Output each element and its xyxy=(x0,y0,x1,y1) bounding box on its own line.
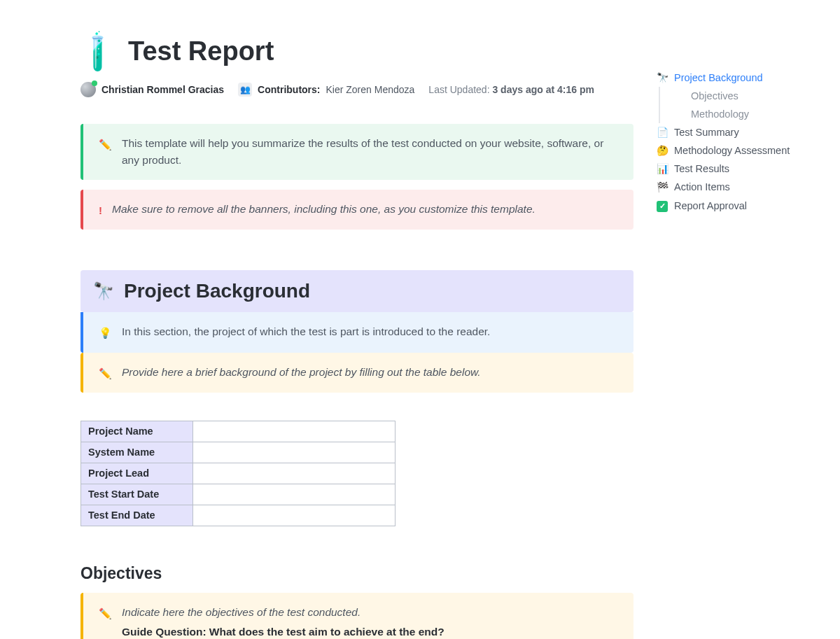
table-row: System Name xyxy=(81,442,396,463)
toc-item-icon: 🤔 xyxy=(656,145,668,156)
section-title: Project Background xyxy=(124,280,310,302)
table-key: Project Name xyxy=(81,421,193,442)
pencil-icon: ✏️ xyxy=(99,605,112,622)
section-info-text: In this section, the project of which th… xyxy=(122,323,490,340)
table-row: Project Lead xyxy=(81,463,396,484)
toc-item-icon: 🏁 xyxy=(656,181,668,192)
toc-item[interactable]: Objectives xyxy=(659,87,808,105)
toc-item-label: Report Approval xyxy=(674,200,747,211)
table-value[interactable] xyxy=(193,505,396,526)
section-instruction-banner[interactable]: ✏️ Provide here a brief background of th… xyxy=(80,353,634,393)
table-key: Test End Date xyxy=(81,505,193,526)
table-row: Project Name xyxy=(81,421,396,442)
toc-item-label: Test Summary xyxy=(674,127,739,138)
table-value[interactable] xyxy=(193,484,396,505)
objectives-instruction: Indicate here the objectives of the test… xyxy=(122,606,360,618)
author-name: Christian Rommel Gracias xyxy=(102,84,224,95)
contributors-names: Kier Zoren Mendoza xyxy=(326,84,415,95)
toc-item-label: Methodology xyxy=(691,108,749,120)
objectives-heading[interactable]: Objectives xyxy=(80,564,634,583)
toc-item-icon: 📄 xyxy=(656,127,668,138)
pencil-icon: ✏️ xyxy=(99,136,112,153)
section-instruction-text: Provide here a brief background of the p… xyxy=(122,364,481,381)
toc-item-label: Objectives xyxy=(691,90,738,101)
info-banner[interactable]: ✏️ This template will help you summarize… xyxy=(80,124,634,180)
telescope-icon: 🔭 xyxy=(93,281,114,301)
people-icon: 👥 xyxy=(238,83,252,97)
last-updated-label: Last Updated: xyxy=(428,84,489,95)
page-title[interactable]: Test Report xyxy=(128,36,274,66)
toc-sidebar: 🔭Project BackgroundObjectivesMethodology… xyxy=(654,35,808,639)
warning-banner-text: Make sure to remove all the banners, inc… xyxy=(112,201,536,218)
toc-item[interactable]: 🤔Methodology Assessment xyxy=(654,141,808,160)
toc-item[interactable]: 🏁Action Items xyxy=(654,178,808,196)
table-row: Test Start Date xyxy=(81,484,396,505)
toc-item-label: Test Results xyxy=(674,163,729,174)
objectives-guide: Guide Question: What does the test aim t… xyxy=(122,624,444,639)
objectives-banner[interactable]: ✏️ Indicate here the objectives of the t… xyxy=(80,593,634,639)
toc-item-icon: 📊 xyxy=(656,163,668,174)
page-title-row: 🧪 Test Report xyxy=(80,35,634,68)
toc-item-label: Action Items xyxy=(674,181,730,192)
warning-banner[interactable]: ! Make sure to remove all the banners, i… xyxy=(80,190,634,230)
table-key: Test Start Date xyxy=(81,484,193,505)
table-row: Test End Date xyxy=(81,505,396,526)
contributors-block[interactable]: 👥 Contributors: Kier Zoren Mendoza xyxy=(238,83,414,97)
last-updated-block: Last Updated: 3 days ago at 4:16 pm xyxy=(428,84,594,95)
table-key: System Name xyxy=(81,442,193,463)
last-updated-value: 3 days ago at 4:16 pm xyxy=(492,84,594,95)
bulb-icon: 💡 xyxy=(99,325,112,341)
info-banner-text: This template will help you summarize th… xyxy=(122,135,618,169)
toc-item[interactable]: ✓Report Approval xyxy=(654,196,808,216)
toc-item-label: Project Background xyxy=(674,72,763,83)
table-value[interactable] xyxy=(193,421,396,442)
project-table-body: Project NameSystem NameProject LeadTest … xyxy=(81,421,396,526)
section-info-banner[interactable]: 💡 In this section, the project of which … xyxy=(80,312,634,352)
exclamation-icon: ! xyxy=(99,202,102,218)
contributors-label: Contributors: xyxy=(258,84,320,95)
toc-item[interactable]: 🔭Project Background xyxy=(654,69,808,87)
objectives-banner-text: Indicate here the objectives of the test… xyxy=(122,604,444,639)
toc-item[interactable]: 📄Test Summary xyxy=(654,123,808,141)
table-value[interactable] xyxy=(193,442,396,463)
pencil-icon: ✏️ xyxy=(99,365,112,381)
table-key: Project Lead xyxy=(81,463,193,484)
project-table: Project NameSystem NameProject LeadTest … xyxy=(80,421,396,526)
section-project-background[interactable]: 🔭 Project Background xyxy=(80,270,634,312)
toc-item-label: Methodology Assessment xyxy=(674,145,790,156)
author-avatar xyxy=(80,82,96,97)
check-icon: ✓ xyxy=(656,199,668,212)
toc-list: 🔭Project BackgroundObjectivesMethodology… xyxy=(654,69,808,216)
test-tube-icon: 🧪 xyxy=(74,27,122,76)
toc-item[interactable]: 📊Test Results xyxy=(654,160,808,178)
doc-meta: Christian Rommel Gracias 👥 Contributors:… xyxy=(80,82,634,97)
toc-item[interactable]: Methodology xyxy=(659,105,808,123)
author-block[interactable]: Christian Rommel Gracias xyxy=(80,82,224,97)
toc-item-icon: 🔭 xyxy=(656,72,668,83)
table-value[interactable] xyxy=(193,463,396,484)
